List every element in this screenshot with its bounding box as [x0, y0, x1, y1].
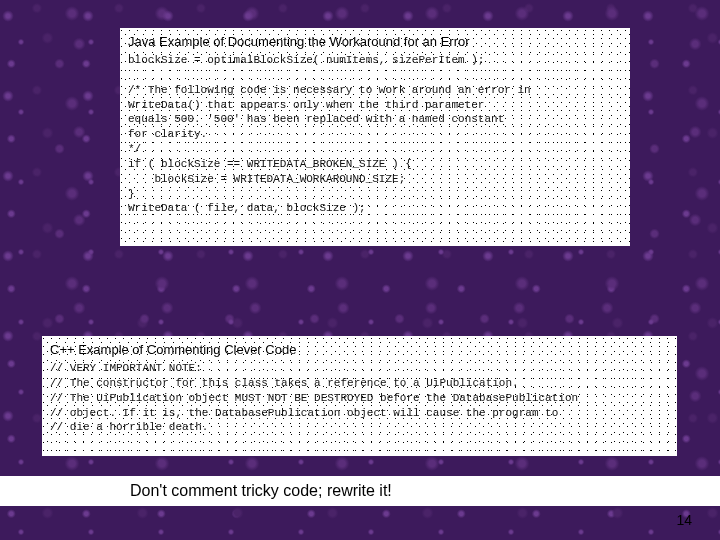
page-number: 14 — [676, 512, 692, 528]
slide-caption: Don't comment tricky code; rewrite it! — [130, 482, 392, 500]
code-example-box-1: Java Example of Documenting the Workarou… — [120, 28, 630, 246]
code-example-box-2: C++ Example of Commenting Clever Code //… — [42, 336, 677, 456]
code-box-2-body: // VERY IMPORTANT NOTE: // The construct… — [50, 361, 669, 435]
code-box-1-body: blockSize = optimalBlockSize( numItems, … — [128, 53, 622, 216]
code-box-1-title: Java Example of Documenting the Workarou… — [128, 34, 622, 49]
code-box-2-title: C++ Example of Commenting Clever Code — [50, 342, 669, 357]
